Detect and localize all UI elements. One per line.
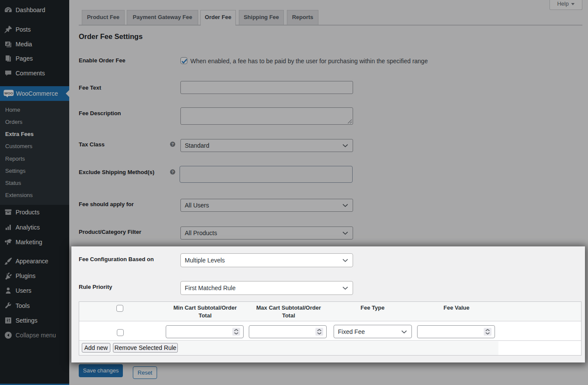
svg-text:WOO: WOO [4,91,13,95]
